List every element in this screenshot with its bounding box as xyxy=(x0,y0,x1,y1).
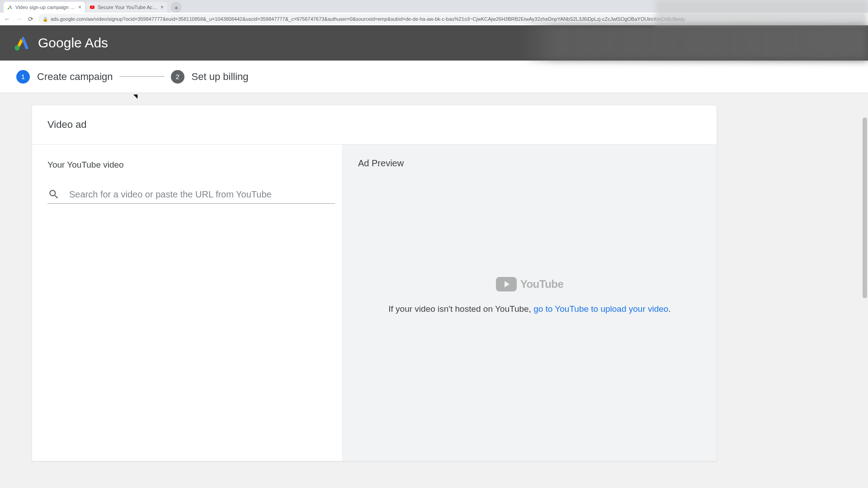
step-number: 2 xyxy=(171,70,184,84)
new-tab-button[interactable]: + xyxy=(171,2,182,13)
svg-point-2 xyxy=(14,46,19,51)
browser-tab-2[interactable]: Secure Your YouTube Account × xyxy=(86,2,167,13)
content: ◥ Video ad Your YouTube video Ad Preview xyxy=(0,93,868,461)
ads-favicon-icon xyxy=(7,5,13,10)
youtube-favicon-icon xyxy=(90,5,95,10)
forward-button[interactable]: → xyxy=(14,14,24,23)
svg-point-0 xyxy=(8,8,9,9)
step-1[interactable]: 1 Create campaign xyxy=(16,70,113,84)
step-2[interactable]: 2 Set up billing xyxy=(171,70,249,84)
blurred-area xyxy=(656,0,868,25)
video-search-input[interactable] xyxy=(69,189,335,200)
logo-text: Google Ads xyxy=(38,35,108,51)
preview-placeholder: YouTube If your video isn't hosted on Yo… xyxy=(358,277,701,314)
google-ads-logo[interactable]: Google Ads xyxy=(14,34,108,52)
close-icon[interactable]: × xyxy=(78,4,81,10)
step-label: Create campaign xyxy=(37,71,113,83)
back-button[interactable]: ← xyxy=(3,14,12,23)
browser-chrome: Video sign-up campaign - 27 × Secure You… xyxy=(0,0,868,25)
search-icon xyxy=(47,188,60,201)
step-label: Set up billing xyxy=(192,71,249,83)
url-text: ads.google.com/aw/video/signup?ocid=3598… xyxy=(51,16,685,22)
preview-message: If your video isn't hosted on YouTube, g… xyxy=(388,304,670,314)
ad-preview-panel: Ad Preview YouTube If your video isn't h… xyxy=(343,145,717,461)
stepper: 1 Create campaign 2 Set up billing xyxy=(0,61,868,93)
video-search-field[interactable] xyxy=(47,188,335,204)
browser-tab-1[interactable]: Video sign-up campaign - 27 × xyxy=(4,2,85,13)
youtube-logo: YouTube xyxy=(496,277,564,291)
card-title: Video ad xyxy=(32,105,717,145)
youtube-play-icon xyxy=(496,277,517,291)
blurred-header-area xyxy=(520,25,868,61)
ads-logo-icon xyxy=(14,34,31,52)
youtube-wordmark: YouTube xyxy=(520,278,564,291)
video-input-panel: Your YouTube video xyxy=(32,145,343,461)
lock-icon: 🔒 xyxy=(42,17,48,22)
step-number: 1 xyxy=(16,70,30,84)
reload-button[interactable]: ⟳ xyxy=(26,14,35,23)
cursor-icon: ◥ xyxy=(133,93,137,99)
video-ad-card: Video ad Your YouTube video Ad Preview xyxy=(32,105,717,461)
tab-label: Secure Your YouTube Account xyxy=(98,5,158,10)
upload-link[interactable]: go to YouTube to upload your video xyxy=(533,304,668,314)
close-icon[interactable]: × xyxy=(160,4,164,10)
card-body: Your YouTube video Ad Preview YouTube xyxy=(32,145,717,461)
preview-title: Ad Preview xyxy=(358,158,701,169)
section-title: Your YouTube video xyxy=(47,160,327,170)
scrollbar[interactable] xyxy=(863,117,867,298)
step-connector xyxy=(119,76,165,77)
tab-label: Video sign-up campaign - 27 xyxy=(15,5,75,10)
